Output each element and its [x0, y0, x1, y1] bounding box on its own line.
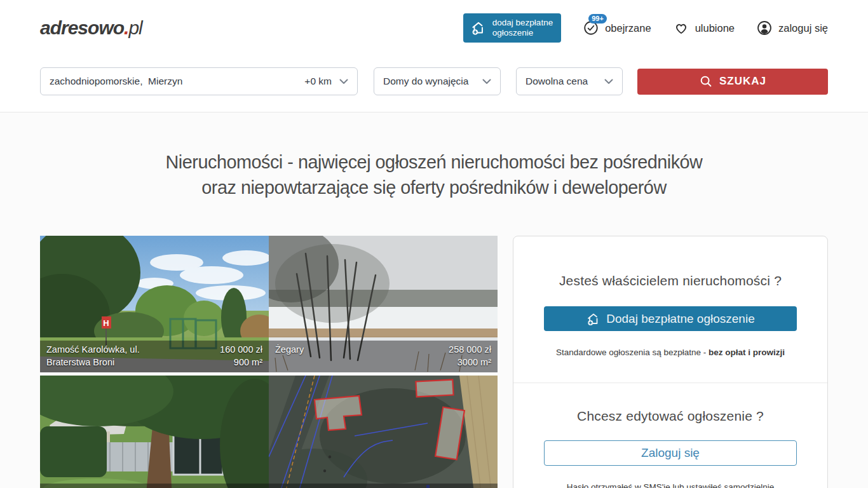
- hero-title: Nieruchomości - najwięcej ogłoszeń nieru…: [0, 112, 868, 200]
- free-listing-note: Standardowe ogłoszenia są bezpłatne - be…: [544, 348, 797, 357]
- check-circle-icon: 99+: [583, 20, 599, 36]
- radius-value: +0 km: [304, 76, 332, 87]
- listing-area: 3000 m²: [449, 356, 491, 369]
- password-note: Hasło otrzymałeś w SMS'ie lub ustawiłeś …: [544, 482, 797, 488]
- listing-price: 160 000 zł: [220, 343, 262, 356]
- heart-icon: [673, 20, 689, 36]
- listing-card[interactable]: Żegary 258 000 zł 3000 m²: [269, 236, 498, 372]
- owner-question: Jesteś właścicielem nieruchomości ?: [544, 273, 797, 288]
- logo-tld: pl: [128, 17, 142, 38]
- panel-add-listing-button[interactable]: Dodaj bezpłatne ogłoszenie: [544, 306, 797, 331]
- category-select[interactable]: Domy do wynajęcia: [374, 67, 501, 95]
- listing-photo: [40, 376, 269, 488]
- listing-name: Zamość Karolówka, ul. Braterstwa Broni: [46, 343, 140, 369]
- house-plus-icon: [470, 20, 487, 36]
- listing-caption: Zamość Karolówka, ul. Braterstwa Broni 1…: [40, 341, 269, 372]
- content-row: H Zamość Karolówka, ul. Braterstwa Broni…: [0, 236, 868, 488]
- owner-panel: Jesteś właścicielem nieruchomości ? Doda…: [513, 236, 828, 488]
- owner-panel-add-section: Jesteś właścicielem nieruchomości ? Doda…: [513, 236, 827, 383]
- listing-area: 900 m²: [220, 356, 262, 369]
- listing-price-area: 258 000 zł 3000 m²: [449, 343, 491, 369]
- price-select[interactable]: Dowolna cena: [516, 67, 623, 95]
- panel-login-button[interactable]: Zaloguj się: [544, 440, 797, 466]
- user-icon: [756, 20, 773, 36]
- chevron-down-icon: [604, 79, 613, 85]
- add-listing-label: dodaj bezpłatne ogłoszenie: [492, 18, 553, 38]
- listing-photo: [269, 376, 498, 488]
- panel-add-listing-label: Dodaj bezpłatne ogłoszenie: [606, 312, 754, 326]
- favorites-menu-item[interactable]: ulubione: [673, 20, 735, 36]
- listing-card[interactable]: H Zamość Karolówka, ul. Braterstwa Broni…: [40, 236, 269, 372]
- location-input[interactable]: [50, 76, 253, 87]
- owner-panel-edit-section: Chcesz edytować ogłoszenie ? Zaloguj się…: [513, 383, 827, 488]
- login-label: zaloguj się: [778, 22, 828, 34]
- main-area: Nieruchomości - najwięcej ogłoszeń nieru…: [0, 112, 868, 488]
- hero-title-line2: oraz niepowtarzające się oferty pośredni…: [17, 175, 850, 200]
- category-value: Domy do wynajęcia: [383, 76, 468, 87]
- listing-price: 258 000 zł: [449, 343, 491, 356]
- viewed-menu-item[interactable]: 99+ obejrzane: [583, 20, 651, 36]
- favorites-label: ulubione: [695, 22, 735, 34]
- svg-text:H: H: [103, 318, 109, 328]
- header-actions: dodaj bezpłatne ogłoszenie 99+ obejrzane…: [463, 13, 828, 43]
- add-listing-button[interactable]: dodaj bezpłatne ogłoszenie: [463, 13, 561, 43]
- chevron-down-icon: [482, 79, 491, 85]
- listing-price-area: 160 000 zł 900 m²: [220, 343, 262, 369]
- search-bar: +0 km Domy do wynajęcia Dowolna cena SZU…: [0, 56, 868, 112]
- price-value: Dowolna cena: [526, 76, 588, 87]
- listing-caption: Żegary 258 000 zł 3000 m²: [269, 341, 498, 372]
- search-button[interactable]: SZUKAJ: [637, 69, 828, 95]
- location-box: +0 km: [40, 67, 358, 95]
- listing-card[interactable]: Rychliki 385 000 zł: [269, 376, 498, 488]
- listing-name: Żegary: [275, 343, 304, 369]
- viewed-label: obejrzane: [605, 22, 651, 34]
- listing-card[interactable]: Koronowo Pieszycka, ul. 240 000 zł: [40, 376, 269, 488]
- listing-caption: Koronowo Pieszycka, ul. 240 000 zł: [40, 484, 269, 488]
- site-logo[interactable]: adresowo.pl: [40, 17, 142, 39]
- listing-caption: Rychliki 385 000 zł: [269, 484, 498, 488]
- radius-select[interactable]: +0 km: [304, 76, 348, 87]
- top-header: adresowo.pl dodaj bezpłatne ogłoszenie 9: [0, 0, 868, 56]
- edit-question: Chcesz edytować ogłoszenie ?: [544, 409, 797, 424]
- search-button-label: SZUKAJ: [719, 75, 766, 88]
- house-plus-icon: [586, 311, 601, 327]
- logo-name: adresowo: [40, 17, 124, 38]
- listings-grid: H Zamość Karolówka, ul. Braterstwa Broni…: [40, 236, 498, 488]
- hero-title-line1: Nieruchomości - najwięcej ogłoszeń nieru…: [17, 149, 850, 175]
- chevron-down-icon: [339, 79, 348, 85]
- viewed-count-badge: 99+: [588, 14, 607, 24]
- search-icon: [699, 74, 713, 88]
- login-menu-item[interactable]: zaloguj się: [756, 20, 828, 36]
